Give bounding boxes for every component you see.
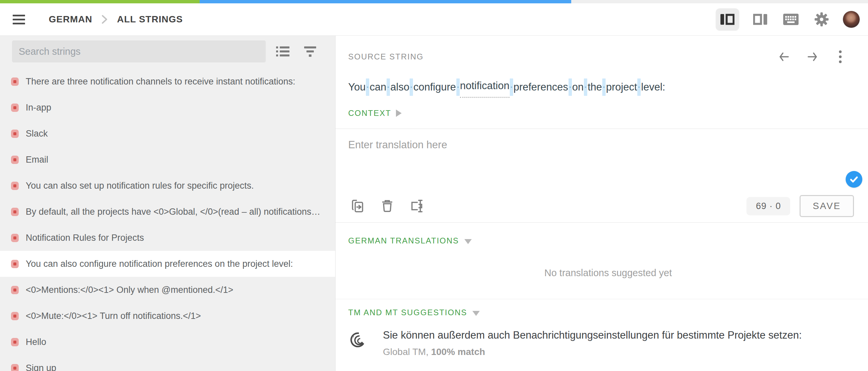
insert-placeholder-icon[interactable] [407,196,426,216]
source-word: also [390,78,409,96]
source-word: notification [460,76,509,98]
source-section: SOURCE STRING Youcanalsoconfigurenotific… [336,36,868,129]
space-marker [510,79,513,96]
list-item-label: <0>Mute:</0><1> Turn off notifications.<… [26,311,201,321]
untranslated-status-icon [11,286,19,294]
tm-provider-logo-icon [348,330,367,349]
translations-heading: GERMAN TRANSLATIONS [348,236,459,245]
list-item-label: You can also set up notification rules f… [26,181,254,191]
list-item[interactable]: Notification Rules for Projects [0,225,335,251]
avatar[interactable] [843,11,860,28]
more-menu-icon[interactable] [831,47,850,66]
source-word: project [606,78,637,96]
toolbar-right: 69 · 0 SAVE [746,195,854,217]
untranslated-status-icon [11,338,19,346]
space-marker [410,79,413,96]
untranslated-status-icon [11,156,19,164]
space-marker [386,79,390,96]
context-label: CONTEXT [348,109,391,118]
list-item-label: Notification Rules for Projects [26,233,144,243]
untranslated-status-icon [11,182,19,190]
list-item[interactable]: <0>Mentions:</0><1> Only when @mentioned… [0,277,335,303]
suggestion-meta: Global TM, 100% match [383,347,802,357]
suggestion-source: Global TM, [383,347,428,357]
list-item[interactable]: In-app [0,94,335,121]
confirm-check-icon[interactable] [846,171,862,188]
list-item[interactable]: Sign up [0,355,335,371]
progress-secondary [199,0,571,3]
list-item-label: Email [26,155,49,165]
list-item[interactable]: You can also configure notification pref… [0,251,335,277]
list-item-label: There are three notification channels to… [26,76,295,87]
char-counter: 69 · 0 [746,197,790,215]
source-string-text: Youcanalsoconfigurenotificationpreferenc… [348,76,868,98]
breadcrumb: GERMAN ALL STRINGS [49,14,183,25]
suggestions-heading: TM AND MT SUGGESTIONS [348,308,467,317]
untranslated-status-icon [11,208,19,216]
breadcrumb-filter[interactable]: ALL STRINGS [117,14,183,25]
list-item-label: Hello [26,337,46,347]
source-header: SOURCE STRING [348,36,868,66]
search-icons [273,42,320,61]
panel-left-view-icon[interactable] [716,8,739,30]
list-item[interactable]: <0>Mute:</0><1> Turn off notifications.<… [0,303,335,329]
prev-string-icon[interactable] [775,47,794,66]
keyboard-icon[interactable] [781,10,801,29]
translation-editor: 69 · 0 SAVE [336,129,868,222]
untranslated-status-icon [11,260,19,268]
app-bar-left: GERMAN ALL STRINGS [13,10,183,29]
expand-down-icon [472,311,480,316]
source-word: on [572,78,584,96]
toolbar-icons [348,196,426,216]
source-word: the [588,78,602,96]
source-word: preferences [514,78,568,96]
empty-translations-message: No translations suggested yet [348,268,868,278]
untranslated-status-icon [11,312,19,320]
source-string-label: SOURCE STRING [348,52,424,61]
menu-icon[interactable] [13,10,31,29]
list-item[interactable]: Hello [0,329,335,355]
list-view-icon[interactable] [273,42,292,61]
untranslated-status-icon [11,234,19,242]
expand-down-icon [464,239,472,244]
space-marker [366,79,369,96]
delete-translation-icon[interactable] [378,196,397,216]
search-row [12,40,327,62]
list-item-label: Slack [26,129,48,139]
save-button[interactable]: SAVE [800,195,854,217]
space-marker [602,79,606,96]
app-bar: GERMAN ALL STRINGS [0,3,868,36]
suggestions-header[interactable]: TM AND MT SUGGESTIONS [348,299,868,317]
untranslated-status-icon [11,103,19,112]
list-item-label: Sign up [26,363,56,371]
list-item[interactable]: By default, all the projects have <0>Glo… [0,199,335,225]
context-toggle[interactable]: CONTEXT [348,109,868,118]
space-marker [584,79,587,96]
translation-progress-bar [0,0,868,3]
list-item-label: <0>Mentions:</0><1> Only when @mentioned… [26,285,234,295]
space-marker [637,79,641,96]
search-input[interactable] [18,46,260,57]
copy-source-icon[interactable] [348,196,368,216]
chevron-right-icon [101,14,108,25]
settings-gear-icon[interactable] [812,10,831,29]
list-item[interactable]: There are three notification channels to… [0,68,335,94]
translation-input[interactable] [348,139,815,182]
string-list: There are three notification channels to… [0,68,335,371]
suggestion-body: Sie können außerdem auch Benachrichtigun… [383,329,802,357]
suggestion-match: 100% match [431,347,485,357]
list-item-label: By default, all the projects have <0>Glo… [26,207,320,217]
main-area: There are three notification channels to… [0,36,868,371]
list-item[interactable]: Slack [0,121,335,147]
list-item[interactable]: Email [0,147,335,173]
editor-panel: SOURCE STRING Youcanalsoconfigurenotific… [336,36,868,371]
translations-header[interactable]: GERMAN TRANSLATIONS [348,223,868,245]
list-item-label: You can also configure notification pref… [26,259,293,269]
panel-right-view-icon[interactable] [750,10,770,29]
next-string-icon[interactable] [803,47,822,66]
untranslated-status-icon [11,130,19,138]
tm-suggestion-item[interactable]: Sie können außerdem auch Benachrichtigun… [348,329,868,357]
breadcrumb-language[interactable]: GERMAN [49,14,92,25]
filter-icon[interactable] [301,42,320,61]
list-item[interactable]: You can also set up notification rules f… [0,173,335,199]
